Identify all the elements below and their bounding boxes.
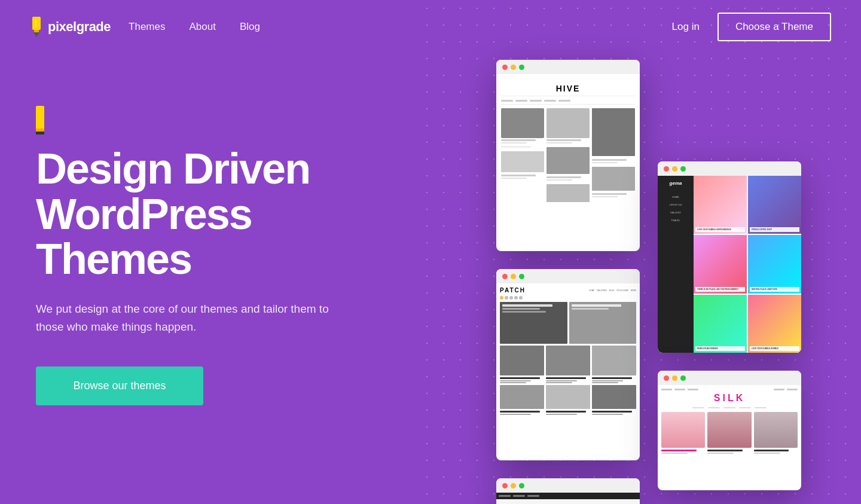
close-dot	[502, 65, 508, 70]
patch-theme-preview: PATCH HOMEGALLERIESBLOGSTYLE GUIDEMORE	[496, 269, 640, 460]
hero-headline: Design Driven WordPress Themes	[36, 146, 383, 282]
maximize-dot	[519, 274, 524, 279]
minimize-dot	[672, 166, 677, 172]
patch-content: PATCH HOMEGALLERIESBLOGSTYLE GUIDEMORE	[496, 283, 640, 419]
silk-theme-preview: SILK	[658, 371, 801, 490]
hive-content: HIVE	[496, 74, 640, 207]
hive-logo: HIVE	[501, 79, 635, 96]
maximize-dot	[519, 483, 524, 488]
close-dot	[502, 483, 508, 488]
gema-sidebar: gema HOME LIFESTYLE GALLERY TRAVEL	[658, 176, 694, 353]
bottom-content	[496, 493, 640, 504]
maximize-dot	[680, 375, 686, 381]
minimize-dot	[672, 375, 677, 381]
svg-rect-1	[34, 30, 39, 32]
gema-main: gema HOME LIFESTYLE GALLERY TRAVEL LOVE …	[658, 176, 801, 353]
close-dot	[502, 274, 508, 279]
pixelgrade-icon	[30, 17, 43, 37]
titlebar-patch	[496, 269, 640, 283]
nav-about[interactable]: About	[189, 21, 215, 33]
browse-themes-button[interactable]: Browse our themes	[36, 366, 203, 405]
minimize-dot	[511, 274, 516, 279]
svg-marker-2	[33, 32, 39, 37]
headline-line1: Design Driven	[36, 145, 310, 193]
patch-nav: HOMEGALLERIESBLOGSTYLE GUIDEMORE	[589, 289, 636, 292]
fourth-theme-preview	[496, 478, 640, 504]
header-left: pixelgrade Themes About Blog	[30, 17, 260, 37]
titlebar-silk	[658, 371, 801, 385]
maximize-dot	[680, 166, 686, 172]
header: pixelgrade Themes About Blog Log in Choo…	[0, 0, 861, 54]
headline-line2: WordPress Themes	[36, 190, 252, 283]
gema-grid: LOVE YOUR HUMBLE SURROUNDINGS FROM A COF…	[694, 176, 801, 353]
hero-subtext: We put design at the core of our themes …	[36, 300, 359, 337]
pencil-icon	[36, 99, 45, 135]
silk-grid	[661, 412, 798, 454]
nav-themes[interactable]: Themes	[129, 21, 165, 33]
maximize-dot	[519, 65, 524, 70]
titlebar-fourth	[496, 478, 640, 493]
patch-header: PATCH HOMEGALLERIESBLOGSTYLE GUIDEMORE	[500, 287, 636, 294]
minimize-dot	[511, 65, 516, 70]
hive-grid	[501, 108, 635, 202]
main-nav: Themes About Blog	[129, 21, 260, 33]
brand-name: pixelgrade	[48, 19, 111, 35]
close-dot	[664, 375, 669, 381]
gema-logo: gema	[670, 181, 682, 186]
hero-section: Design Driven WordPress Themes We put de…	[0, 0, 419, 504]
header-right: Log in Choose a Theme	[672, 13, 831, 41]
hive-theme-preview: HIVE	[496, 60, 640, 251]
titlebar-hive	[496, 60, 640, 74]
logo[interactable]: pixelgrade	[30, 17, 111, 37]
svg-rect-3	[35, 20, 36, 28]
silk-logo: SILK	[661, 393, 798, 404]
patch-logo: PATCH	[500, 287, 526, 294]
login-link[interactable]: Log in	[672, 21, 700, 33]
choose-theme-button[interactable]: Choose a Theme	[718, 13, 831, 41]
gema-content: gema HOME LIFESTYLE GALLERY TRAVEL LOVE …	[658, 176, 801, 353]
silk-content: SILK	[658, 385, 801, 457]
nav-blog[interactable]: Blog	[240, 21, 260, 33]
gema-theme-preview: gema HOME LIFESTYLE GALLERY TRAVEL LOVE …	[658, 161, 801, 353]
minimize-dot	[511, 483, 516, 488]
titlebar-gema	[658, 161, 801, 176]
close-dot	[664, 166, 669, 172]
screenshots-area: HIVE	[419, 0, 861, 504]
